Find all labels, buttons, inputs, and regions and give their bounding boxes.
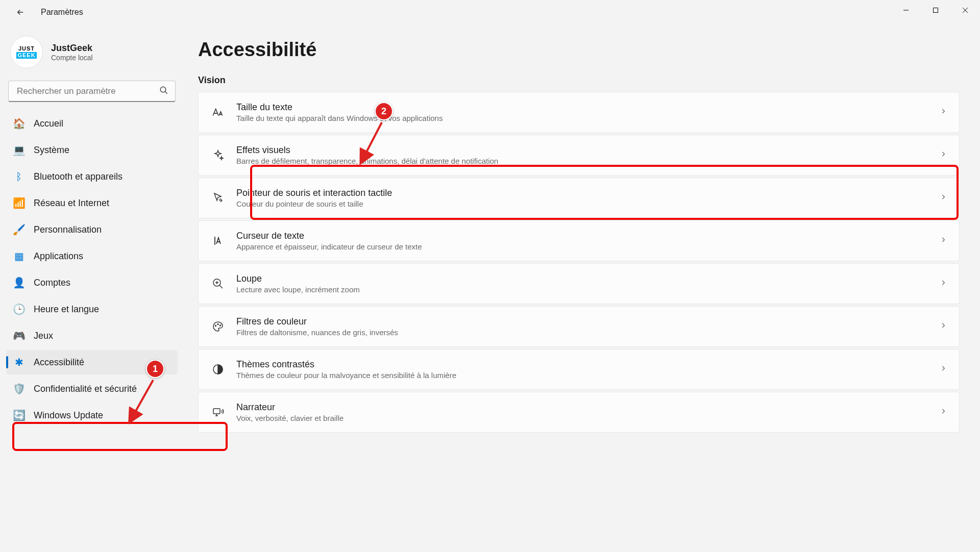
titlebar: Paramètres — [0, 0, 980, 24]
card-visual-effects[interactable]: Effets visuelsBarres de défilement, tran… — [198, 135, 960, 175]
sidebar-item-label: Comptes — [34, 278, 70, 288]
sidebar-item-accounts[interactable]: 👤Comptes — [6, 270, 178, 295]
profile-block[interactable]: JUST GEEK JustGeek Compte local — [6, 30, 178, 79]
card-title: Loupe — [236, 273, 928, 284]
back-button[interactable] — [10, 2, 31, 22]
text-cursor-icon — [211, 234, 225, 248]
card-magnifier[interactable]: LoupeLecture avec loupe, incrément zoom — [198, 263, 960, 304]
annotation-badge-2: 2 — [375, 102, 393, 120]
card-text-size[interactable]: Taille du texteTaille du texte qui appar… — [198, 92, 960, 133]
svg-rect-15 — [213, 409, 220, 414]
chevron-right-icon — [940, 322, 947, 331]
privacy-icon: 🛡️ — [13, 383, 24, 394]
sidebar-item-label: Bluetooth et appareils — [34, 171, 122, 182]
annotation-badge-2-text: 2 — [381, 106, 386, 117]
svg-line-8 — [219, 285, 223, 288]
settings-card-list: Taille du texteTaille du texte qui appar… — [198, 92, 960, 433]
sidebar-item-time[interactable]: 🕒Heure et langue — [6, 297, 178, 321]
card-narrator[interactable]: NarrateurVoix, verbosité, clavier et bra… — [198, 392, 960, 433]
sidebar-item-home[interactable]: 🏠Accueil — [6, 111, 178, 136]
chevron-right-icon — [940, 365, 947, 374]
sidebar-item-label: Heure et langue — [34, 304, 99, 315]
system-icon: 💻 — [13, 144, 24, 156]
svg-point-12 — [217, 324, 218, 325]
accessibility-icon: ✱ — [13, 357, 24, 368]
sidebar-item-label: Accessibilité — [34, 357, 84, 368]
card-subtitle: Apparence et épaisseur, indicateur de cu… — [236, 242, 928, 251]
card-subtitle: Barres de défilement, transparence, anim… — [236, 157, 928, 165]
card-color-filters[interactable]: Filtres de couleurFiltres de daltonisme,… — [198, 306, 960, 347]
update-icon: 🔄 — [13, 410, 24, 421]
main-content: Accessibilité Vision Taille du texteTail… — [184, 24, 980, 552]
apps-icon: ▦ — [13, 250, 24, 262]
sidebar-item-apps[interactable]: ▦Applications — [6, 244, 178, 268]
sidebar-item-label: Jeux — [34, 331, 53, 341]
sidebar-item-label: Accueil — [34, 118, 63, 129]
nav-list: 🏠Accueil💻SystèmeᛒBluetooth et appareils📶… — [6, 111, 178, 428]
svg-line-5 — [165, 91, 167, 94]
sidebar-item-gaming[interactable]: 🎮Jeux — [6, 323, 178, 348]
card-title: Effets visuels — [236, 145, 928, 156]
chevron-right-icon — [940, 193, 947, 203]
svg-point-13 — [220, 325, 221, 326]
search-input[interactable] — [8, 81, 176, 102]
card-subtitle: Couleur du pointeur de souris et taille — [236, 199, 928, 208]
bluetooth-icon: ᛒ — [13, 171, 24, 182]
profile-sub: Compte local — [51, 54, 93, 62]
card-text-cursor[interactable]: Curseur de texteApparence et épaisseur, … — [198, 220, 960, 261]
app-title: Paramètres — [41, 8, 83, 17]
sidebar-item-system[interactable]: 💻Système — [6, 138, 178, 162]
minimize-button[interactable] — [891, 0, 921, 20]
card-title: Thèmes contrastés — [236, 359, 928, 370]
card-subtitle: Thèmes de couleur pour la malvoyance et … — [236, 371, 928, 380]
svg-rect-1 — [934, 8, 938, 13]
close-button[interactable] — [950, 0, 980, 20]
sidebar-item-personalization[interactable]: 🖌️Personnalisation — [6, 217, 178, 242]
sidebar-item-bluetooth[interactable]: ᛒBluetooth et appareils — [6, 164, 178, 189]
sidebar-item-label: Confidentialité et sécurité — [34, 384, 137, 394]
network-icon: 📶 — [13, 197, 24, 209]
sidebar-item-label: Système — [34, 145, 69, 156]
accounts-icon: 👤 — [13, 277, 24, 288]
avatar-text-top: JUST — [18, 46, 35, 52]
sidebar-item-label: Réseau et Internet — [34, 198, 109, 209]
chevron-right-icon — [940, 408, 947, 417]
sidebar-item-label: Personnalisation — [34, 224, 102, 235]
card-title: Filtres de couleur — [236, 316, 928, 327]
card-mouse-pointer[interactable]: Pointeur de souris et interaction tactil… — [198, 178, 960, 218]
card-title: Taille du texte — [236, 102, 928, 113]
mouse-pointer-icon — [211, 191, 225, 205]
visual-effects-icon — [211, 148, 225, 162]
text-size-icon — [211, 105, 225, 119]
chevron-right-icon — [940, 108, 947, 117]
chevron-right-icon — [940, 279, 947, 288]
sidebar-item-privacy[interactable]: 🛡️Confidentialité et sécurité — [6, 377, 178, 401]
sidebar: JUST GEEK JustGeek Compte local 🏠Accueil… — [0, 24, 184, 552]
card-title: Curseur de texte — [236, 231, 928, 241]
search-box — [8, 81, 176, 102]
card-subtitle: Lecture avec loupe, incrément zoom — [236, 285, 928, 294]
search-icon — [159, 86, 168, 97]
time-icon: 🕒 — [13, 304, 24, 315]
personalization-icon: 🖌️ — [13, 224, 24, 235]
annotation-badge-1-text: 1 — [153, 364, 158, 374]
chevron-right-icon — [940, 150, 947, 160]
sidebar-item-label: Applications — [34, 251, 83, 262]
sidebar-item-update[interactable]: 🔄Windows Update — [6, 403, 178, 428]
sidebar-item-label: Windows Update — [34, 410, 103, 421]
home-icon: 🏠 — [13, 118, 24, 129]
avatar: JUST GEEK — [10, 36, 43, 68]
avatar-text-bottom: GEEK — [16, 52, 36, 59]
svg-point-4 — [160, 87, 166, 92]
card-subtitle: Filtres de daltonisme, nuances de gris, … — [236, 328, 928, 337]
card-title: Pointeur de souris et interaction tactil… — [236, 188, 928, 198]
maximize-button[interactable] — [921, 0, 950, 20]
section-title: Vision — [198, 75, 960, 86]
sidebar-item-network[interactable]: 📶Réseau et Internet — [6, 191, 178, 215]
card-title: Narrateur — [236, 402, 928, 413]
card-contrast[interactable]: Thèmes contrastésThèmes de couleur pour … — [198, 349, 960, 390]
color-filters-icon — [211, 319, 225, 334]
narrator-icon — [211, 405, 225, 419]
chevron-right-icon — [940, 236, 947, 245]
profile-name: JustGeek — [51, 43, 93, 54]
